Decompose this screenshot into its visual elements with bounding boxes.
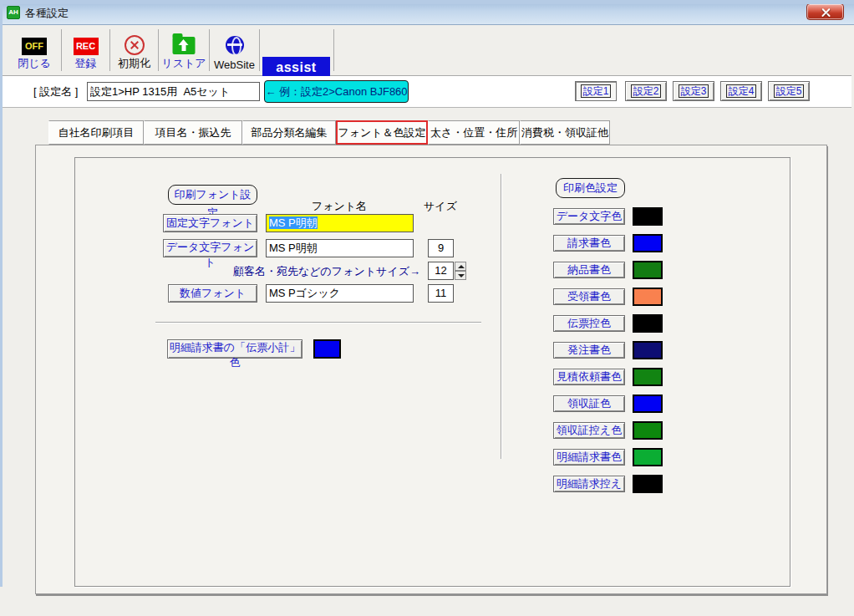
- fixed-text-font-input[interactable]: MS P明朝: [266, 214, 414, 232]
- toolbar-separator: [259, 29, 260, 71]
- website-button[interactable]: WebSite: [211, 27, 258, 74]
- data-text-color-swatch: [633, 207, 663, 226]
- detailed-invoice-color-button[interactable]: 明細請求書色: [553, 449, 625, 466]
- window-close-button[interactable]: [806, 3, 844, 20]
- spinner-down-button[interactable]: [455, 271, 466, 280]
- globe-icon: [226, 36, 244, 54]
- toolbar: OFF 閉じる REC 登録 初期化 リストア WebSite assist c…: [3, 25, 851, 76]
- data-text-color-button[interactable]: データ文字色: [553, 208, 625, 225]
- print-color-settings-header[interactable]: 印刷色設定: [556, 178, 625, 198]
- tab-company-print-items[interactable]: 自社名印刷項目: [48, 120, 144, 145]
- slip-copy-color-button[interactable]: 伝票控色: [553, 315, 625, 332]
- customer-font-size-spinner: [455, 262, 466, 280]
- receipt-of-goods-color-button[interactable]: 受領書色: [553, 288, 625, 305]
- tab-item-names-transfer[interactable]: 項目名・振込先: [144, 120, 242, 145]
- window-frame-bottom: [0, 0, 854, 4]
- customer-font-size-label: 顧客名・宛先などのフォントサイズ→: [186, 264, 420, 279]
- detailed-invoice-copy-color-button[interactable]: 明細請求控え: [553, 476, 625, 492]
- horizontal-separator: [155, 322, 481, 323]
- close-app-label: 閉じる: [9, 56, 59, 71]
- delivery-slip-color-swatch: [633, 261, 663, 279]
- close-app-button[interactable]: OFF 閉じる: [9, 27, 59, 74]
- invoice-color-swatch: [633, 234, 663, 252]
- slip-copy-color-swatch: [633, 314, 663, 333]
- numeric-font-size-input[interactable]: 11: [428, 284, 454, 303]
- preset-button-2[interactable]: 設定2: [625, 81, 667, 101]
- logo-line1: assist: [276, 60, 316, 74]
- quotation-request-color-swatch: [633, 368, 663, 386]
- receipt-color-button[interactable]: 領収証色: [553, 395, 625, 412]
- receipt-of-goods-color-swatch: [633, 288, 663, 306]
- data-text-font-size-input[interactable]: 9: [428, 239, 454, 257]
- app-icon: AH: [7, 6, 20, 19]
- receipt-copy-color-swatch: [633, 421, 663, 440]
- preset-button-1[interactable]: 設定1: [575, 81, 617, 101]
- size-column-header: サイズ: [415, 199, 465, 214]
- invoice-color-button[interactable]: 請求書色: [553, 235, 625, 252]
- rec-badge-icon: REC: [74, 38, 99, 55]
- settings-name-bar: [ 設定名 ] ← 例：設定2>Canon BJF860 設定1 設定2 設定3…: [3, 76, 851, 108]
- detailed-invoice-copy-color-swatch: [633, 475, 663, 493]
- customer-font-size-input[interactable]: 12: [428, 262, 454, 280]
- purchase-order-color-button[interactable]: 発注書色: [553, 342, 625, 359]
- initialize-icon: [125, 35, 145, 55]
- tab-font-color-settings[interactable]: フォント＆色設定: [336, 120, 428, 145]
- preset-button-4[interactable]: 設定4: [720, 81, 762, 101]
- detailed-invoice-color-swatch: [633, 448, 663, 466]
- initialize-label: 初期化: [111, 56, 157, 71]
- settings-window: AH 各種設定 OFF 閉じる REC 登録 初期化 リストア: [0, 0, 854, 616]
- tab-part-category-edit[interactable]: 部品分類名編集: [242, 120, 336, 145]
- register-label: 登録: [63, 56, 109, 71]
- purchase-order-color-swatch: [633, 341, 663, 359]
- toolbar-separator: [61, 29, 62, 71]
- fixed-text-font-button[interactable]: 固定文字フォント: [163, 214, 257, 232]
- numeric-font-input[interactable]: MS Pゴシック: [266, 284, 414, 303]
- vertical-separator: [501, 174, 502, 459]
- restore-button[interactable]: リストア: [160, 27, 208, 74]
- receipt-color-swatch: [633, 395, 663, 413]
- toolbar-separator: [333, 29, 334, 71]
- setting-name-input[interactable]: [87, 82, 260, 101]
- font-color-tab-page: 印刷フォント設定 フォント名 サイズ 固定文字フォント MS P明朝 データ文字…: [35, 145, 827, 594]
- restore-label: リストア: [160, 56, 208, 71]
- toolbar-separator: [109, 29, 110, 71]
- register-button[interactable]: REC 登録: [63, 27, 109, 74]
- example-setting-button[interactable]: ← 例：設定2>Canon BJF860: [264, 80, 409, 103]
- subtotal-color-button[interactable]: 明細請求書の「伝票小計」色: [167, 339, 302, 359]
- off-badge-icon: OFF: [22, 38, 47, 55]
- tab-tax-receipt[interactable]: 消費税・領収証他: [520, 120, 610, 145]
- font-name-column-header: フォント名: [289, 199, 389, 214]
- window-title: 各種設定: [25, 6, 69, 21]
- preset-button-3[interactable]: 設定3: [673, 81, 714, 101]
- setting-name-label: [ 設定名 ]: [33, 84, 78, 99]
- selected-font-text: MS P明朝: [269, 216, 318, 229]
- toolbar-separator: [158, 29, 159, 71]
- tab-thickness-position[interactable]: 太さ・位置・住所枠他: [428, 120, 520, 145]
- data-text-font-button[interactable]: データ文字フォント: [163, 239, 257, 257]
- website-label: WebSite: [211, 59, 258, 71]
- data-text-font-input[interactable]: MS P明朝: [266, 239, 414, 257]
- spinner-up-button[interactable]: [455, 262, 466, 271]
- subtotal-color-swatch: [313, 339, 341, 359]
- receipt-copy-color-button[interactable]: 領収証控え色: [553, 422, 625, 439]
- preset-button-5[interactable]: 設定5: [768, 81, 810, 101]
- delivery-slip-color-button[interactable]: 納品書色: [553, 262, 625, 278]
- numeric-font-button[interactable]: 数値フォント: [168, 284, 257, 303]
- quotation-request-color-button[interactable]: 見積依頼書色: [553, 369, 625, 385]
- restore-upload-icon: [173, 37, 196, 54]
- toolbar-separator: [209, 29, 210, 71]
- initialize-button[interactable]: 初期化: [111, 27, 157, 74]
- print-font-settings-header[interactable]: 印刷フォント設定: [168, 185, 257, 205]
